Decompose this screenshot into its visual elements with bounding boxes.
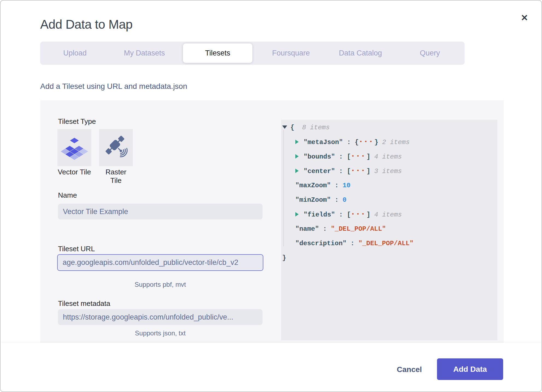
name-input[interactable]: [58, 204, 263, 220]
json-token-key: "bounds": [304, 153, 335, 160]
tileset-type-label: Tileset Type: [58, 117, 96, 126]
tileset-metadata-label: Tileset metadata: [58, 299, 110, 308]
json-token-dots: •••: [351, 211, 366, 217]
section-subtitle: Add a Tileset using URL and metadata.jso…: [40, 82, 187, 91]
json-token-punct: [: [347, 153, 351, 160]
tileset-url-label: Tileset URL: [58, 245, 95, 253]
tileset-form-panel: Tileset Type: [40, 100, 504, 343]
json-token-string: "_DEL_POP/ALL": [358, 240, 413, 247]
json-token-punct: {: [290, 124, 298, 131]
json-token-count: 4 items: [374, 153, 402, 160]
json-token-punct: {: [355, 139, 359, 146]
collapse-arrow-icon[interactable]: [282, 125, 287, 129]
tileset-metadata-input[interactable]: [58, 309, 263, 325]
arrow-slot: [295, 135, 304, 150]
json-token-key: "minZoom": [295, 196, 331, 204]
json-token-key: "center": [304, 168, 335, 175]
json-row: "maxZoom" : 10: [281, 178, 497, 193]
vector-tile-icon: [61, 134, 88, 161]
close-button[interactable]: ✕: [518, 11, 531, 24]
tileset-url-input[interactable]: [57, 254, 263, 271]
json-row: "center" : [•••]3 items: [281, 164, 497, 178]
json-token-punct: :: [335, 211, 347, 218]
json-token-punct: :: [335, 153, 347, 160]
json-token-punct: :: [335, 168, 347, 175]
expand-arrow-icon[interactable]: [295, 154, 299, 159]
metadata-format-hint: Supports json, txt: [58, 329, 263, 337]
json-row: "description" : "_DEL_POP/ALL": [281, 236, 497, 251]
tab-my-datasets[interactable]: My Datasets: [110, 42, 179, 65]
expand-arrow-icon[interactable]: [295, 212, 299, 217]
tab-upload[interactable]: Upload: [40, 42, 110, 65]
json-row: }: [281, 251, 497, 265]
json-row: "bounds" : [•••]4 items: [281, 149, 497, 164]
json-token-count: 3 items: [374, 168, 402, 175]
json-token-number: 0: [343, 196, 346, 204]
tab-tilesets[interactable]: Tilesets: [183, 43, 252, 63]
json-token-punct: ]: [366, 168, 370, 175]
add-data-button[interactable]: Add Data: [437, 358, 503, 380]
add-data-modal: Add Data to Map ✕ Upload My Datasets Til…: [0, 0, 542, 392]
json-token-dots: •••: [351, 168, 366, 174]
arrow-slot: [295, 207, 304, 222]
json-token-string: "_DEL_POP/ALL": [331, 225, 386, 233]
raster-tile-option[interactable]: [99, 129, 133, 166]
json-token-dots: •••: [351, 153, 366, 159]
json-token-punct: :: [346, 240, 358, 247]
tab-query[interactable]: Query: [395, 42, 465, 65]
name-label: Name: [58, 191, 77, 200]
json-viewer-rows: { 8 items"metaJson" : {•••}2 items"bound…: [281, 120, 497, 265]
json-token-punct: :: [319, 225, 331, 233]
json-row: "minZoom" : 0: [281, 193, 497, 207]
json-metadata-viewer: { 8 items"metaJson" : {•••}2 items"bound…: [281, 120, 497, 340]
json-token-punct: [: [347, 211, 351, 218]
tab-foursquare[interactable]: Foursquare: [256, 42, 326, 65]
arrow-slot: [295, 150, 304, 164]
json-row: "name" : "_DEL_POP/ALL": [281, 222, 497, 236]
json-token-punct: }: [282, 254, 286, 262]
tab-bar: Upload My Datasets Tilesets Foursquare D…: [40, 42, 465, 65]
json-token-punct: [: [347, 168, 351, 175]
json-token-key: "name": [295, 225, 319, 233]
json-token-count: 2 items: [382, 139, 410, 146]
vector-tile-option[interactable]: [57, 129, 91, 166]
cancel-button[interactable]: Cancel: [390, 361, 429, 378]
page-title: Add Data to Map: [40, 17, 133, 32]
expand-arrow-icon[interactable]: [295, 140, 299, 144]
json-token-punct: :: [343, 139, 355, 146]
json-token-count: 8 items: [302, 124, 330, 131]
arrow-slot: [282, 120, 290, 135]
json-token-punct: }: [374, 139, 378, 146]
json-token-key: "description": [295, 240, 346, 247]
json-token-punct: ]: [366, 211, 370, 218]
expand-arrow-icon[interactable]: [295, 169, 299, 173]
json-token-key: "maxZoom": [295, 182, 331, 189]
tab-data-catalog[interactable]: Data Catalog: [326, 42, 395, 65]
json-token-count: 4 items: [374, 211, 402, 218]
json-row: "fields" : [•••]4 items: [281, 207, 497, 222]
json-token-punct: :: [331, 196, 343, 204]
vector-tile-label: Vector Tile: [57, 168, 91, 176]
json-token-punct: :: [331, 182, 343, 189]
json-token-punct: ]: [366, 153, 370, 160]
url-format-hint: Supports pbf, mvt: [58, 281, 263, 288]
json-token-dots: •••: [359, 139, 374, 145]
arrow-slot: [295, 164, 304, 179]
json-token-key: "fields": [304, 211, 335, 218]
raster-tile-icon: [102, 134, 130, 161]
json-token-number: 10: [343, 182, 351, 189]
json-row: "metaJson" : {•••}2 items: [281, 135, 497, 149]
json-row: { 8 items: [281, 120, 497, 135]
json-token-key: "metaJson": [304, 139, 343, 146]
raster-tile-label: Raster Tile: [99, 168, 133, 185]
close-icon: ✕: [521, 13, 528, 23]
